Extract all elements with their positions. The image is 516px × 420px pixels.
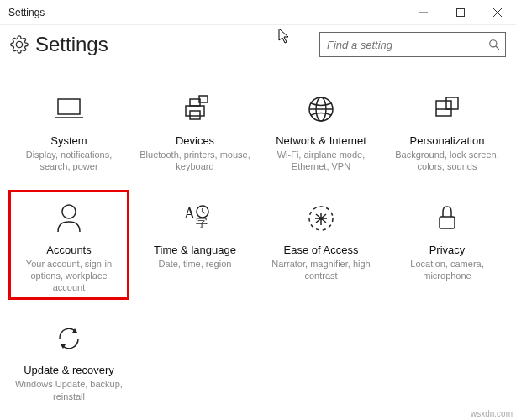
time-language-icon: A字: [140, 197, 250, 240]
tile-desc: Date, time, region: [140, 258, 250, 270]
header: Settings: [0, 25, 516, 67]
svg-rect-10: [190, 111, 200, 119]
search-input[interactable]: [320, 33, 505, 56]
tile-ease-of-access[interactable]: Ease of Access Narrator, magnifier, high…: [261, 190, 382, 301]
tile-title: Ease of Access: [266, 244, 376, 256]
svg-point-4: [490, 40, 497, 47]
watermark: wsxdn.com: [471, 409, 513, 418]
svg-rect-1: [457, 8, 465, 16]
tile-title: Network & Internet: [266, 134, 376, 147]
tile-title: Accounts: [13, 244, 124, 256]
laptop-icon: [13, 87, 124, 131]
tile-time-language[interactable]: A字 Time & language Date, time, region: [134, 190, 255, 301]
close-button[interactable]: [479, 0, 516, 24]
page-title: Settings: [35, 33, 108, 56]
tile-desc: Display, notifications, search, power: [13, 149, 124, 173]
lock-icon: [392, 197, 503, 240]
titlebar: Settings: [0, 0, 516, 25]
tile-network[interactable]: Network & Internet Wi-Fi, airplane mode,…: [261, 81, 382, 180]
person-icon: [13, 197, 124, 240]
printer-icon: [140, 87, 250, 131]
tile-desc: Bluetooth, printers, mouse, keyboard: [140, 149, 250, 173]
tile-devices[interactable]: Devices Bluetooth, printers, mouse, keyb…: [134, 81, 255, 180]
settings-grid: System Display, notifications, search, p…: [0, 67, 516, 409]
tile-personalization[interactable]: Personalization Background, lock screen,…: [387, 81, 508, 180]
tile-title: System: [13, 134, 124, 147]
personalization-icon: [392, 87, 503, 131]
search-box[interactable]: [319, 32, 506, 57]
tile-update-recovery[interactable]: Update & recovery Windows Update, backup…: [8, 310, 129, 409]
maximize-button[interactable]: [442, 0, 479, 24]
tile-title: Update & recovery: [13, 364, 124, 376]
gear-icon: [10, 35, 29, 54]
tile-desc: Wi-Fi, airplane mode, Ethernet, VPN: [266, 149, 376, 173]
window-title: Settings: [8, 7, 45, 18]
tile-title: Personalization: [392, 134, 503, 147]
window-buttons: [405, 0, 516, 24]
tile-title: Time & language: [140, 244, 250, 256]
tile-accounts[interactable]: Accounts Your account, sign-in options, …: [8, 190, 129, 301]
tile-system[interactable]: System Display, notifications, search, p…: [8, 81, 129, 180]
svg-line-5: [496, 46, 499, 50]
svg-rect-6: [58, 99, 80, 114]
tile-title: Privacy: [392, 244, 503, 256]
svg-text:A: A: [184, 205, 195, 222]
minimize-button[interactable]: [405, 0, 442, 24]
tile-desc: Narrator, magnifier, high contrast: [266, 258, 376, 282]
svg-line-23: [203, 212, 205, 213]
tile-privacy[interactable]: Privacy Location, camera, microphone: [387, 190, 508, 301]
svg-rect-16: [446, 97, 458, 109]
tile-desc: Background, lock screen, colors, sounds: [392, 149, 503, 173]
tile-desc: Location, camera, microphone: [392, 258, 503, 282]
svg-point-18: [62, 205, 76, 218]
globe-icon: [266, 87, 376, 131]
sync-icon: [13, 317, 124, 360]
ease-of-access-icon: [266, 197, 376, 240]
tile-desc: Your account, sign-in options, workplace…: [13, 258, 124, 294]
svg-rect-25: [440, 217, 455, 228]
search-icon[interactable]: [488, 39, 500, 50]
svg-rect-15: [436, 101, 451, 116]
svg-rect-9: [190, 99, 200, 106]
tile-desc: Windows Update, backup, reinstall: [13, 378, 124, 402]
tile-title: Devices: [140, 134, 250, 147]
